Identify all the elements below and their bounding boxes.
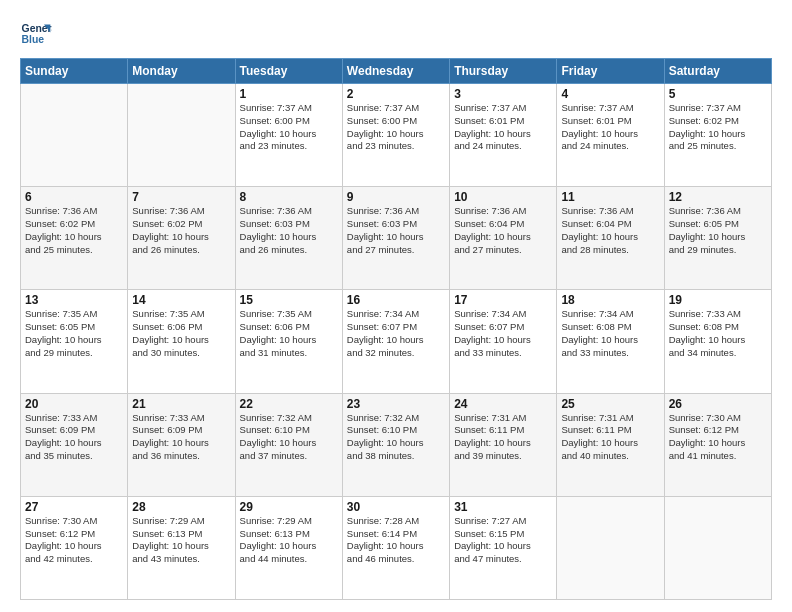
day-info: Sunrise: 7:34 AM Sunset: 6:07 PM Dayligh… <box>454 308 552 359</box>
day-cell: 26Sunrise: 7:30 AM Sunset: 6:12 PM Dayli… <box>664 393 771 496</box>
day-info: Sunrise: 7:37 AM Sunset: 6:02 PM Dayligh… <box>669 102 767 153</box>
day-info: Sunrise: 7:28 AM Sunset: 6:14 PM Dayligh… <box>347 515 445 566</box>
day-info: Sunrise: 7:36 AM Sunset: 6:03 PM Dayligh… <box>347 205 445 256</box>
day-number: 3 <box>454 87 552 101</box>
day-info: Sunrise: 7:33 AM Sunset: 6:09 PM Dayligh… <box>25 412 123 463</box>
calendar-table: SundayMondayTuesdayWednesdayThursdayFrid… <box>20 58 772 600</box>
day-info: Sunrise: 7:31 AM Sunset: 6:11 PM Dayligh… <box>561 412 659 463</box>
day-number: 2 <box>347 87 445 101</box>
weekday-header-wednesday: Wednesday <box>342 59 449 84</box>
day-info: Sunrise: 7:36 AM Sunset: 6:02 PM Dayligh… <box>132 205 230 256</box>
day-number: 12 <box>669 190 767 204</box>
day-info: Sunrise: 7:37 AM Sunset: 6:00 PM Dayligh… <box>240 102 338 153</box>
day-number: 30 <box>347 500 445 514</box>
day-cell: 22Sunrise: 7:32 AM Sunset: 6:10 PM Dayli… <box>235 393 342 496</box>
day-number: 9 <box>347 190 445 204</box>
day-cell: 18Sunrise: 7:34 AM Sunset: 6:08 PM Dayli… <box>557 290 664 393</box>
day-cell: 1Sunrise: 7:37 AM Sunset: 6:00 PM Daylig… <box>235 84 342 187</box>
day-number: 26 <box>669 397 767 411</box>
weekday-header-friday: Friday <box>557 59 664 84</box>
weekday-header-row: SundayMondayTuesdayWednesdayThursdayFrid… <box>21 59 772 84</box>
day-cell: 17Sunrise: 7:34 AM Sunset: 6:07 PM Dayli… <box>450 290 557 393</box>
day-cell: 16Sunrise: 7:34 AM Sunset: 6:07 PM Dayli… <box>342 290 449 393</box>
day-cell: 30Sunrise: 7:28 AM Sunset: 6:14 PM Dayli… <box>342 496 449 599</box>
day-number: 10 <box>454 190 552 204</box>
day-number: 11 <box>561 190 659 204</box>
day-info: Sunrise: 7:34 AM Sunset: 6:08 PM Dayligh… <box>561 308 659 359</box>
day-cell: 5Sunrise: 7:37 AM Sunset: 6:02 PM Daylig… <box>664 84 771 187</box>
week-row-2: 6Sunrise: 7:36 AM Sunset: 6:02 PM Daylig… <box>21 187 772 290</box>
day-number: 25 <box>561 397 659 411</box>
day-cell: 27Sunrise: 7:30 AM Sunset: 6:12 PM Dayli… <box>21 496 128 599</box>
day-info: Sunrise: 7:34 AM Sunset: 6:07 PM Dayligh… <box>347 308 445 359</box>
day-info: Sunrise: 7:36 AM Sunset: 6:04 PM Dayligh… <box>454 205 552 256</box>
day-info: Sunrise: 7:37 AM Sunset: 6:00 PM Dayligh… <box>347 102 445 153</box>
day-number: 31 <box>454 500 552 514</box>
day-cell <box>21 84 128 187</box>
header: General Blue <box>20 18 772 50</box>
day-number: 5 <box>669 87 767 101</box>
day-info: Sunrise: 7:27 AM Sunset: 6:15 PM Dayligh… <box>454 515 552 566</box>
day-cell: 24Sunrise: 7:31 AM Sunset: 6:11 PM Dayli… <box>450 393 557 496</box>
day-number: 21 <box>132 397 230 411</box>
day-cell: 8Sunrise: 7:36 AM Sunset: 6:03 PM Daylig… <box>235 187 342 290</box>
day-number: 28 <box>132 500 230 514</box>
day-cell: 6Sunrise: 7:36 AM Sunset: 6:02 PM Daylig… <box>21 187 128 290</box>
day-cell: 25Sunrise: 7:31 AM Sunset: 6:11 PM Dayli… <box>557 393 664 496</box>
day-info: Sunrise: 7:36 AM Sunset: 6:02 PM Dayligh… <box>25 205 123 256</box>
day-number: 19 <box>669 293 767 307</box>
day-cell: 7Sunrise: 7:36 AM Sunset: 6:02 PM Daylig… <box>128 187 235 290</box>
day-number: 23 <box>347 397 445 411</box>
logo: General Blue <box>20 18 52 50</box>
day-info: Sunrise: 7:33 AM Sunset: 6:08 PM Dayligh… <box>669 308 767 359</box>
day-cell: 10Sunrise: 7:36 AM Sunset: 6:04 PM Dayli… <box>450 187 557 290</box>
week-row-3: 13Sunrise: 7:35 AM Sunset: 6:05 PM Dayli… <box>21 290 772 393</box>
day-cell: 4Sunrise: 7:37 AM Sunset: 6:01 PM Daylig… <box>557 84 664 187</box>
day-number: 15 <box>240 293 338 307</box>
day-number: 13 <box>25 293 123 307</box>
svg-text:Blue: Blue <box>22 34 45 45</box>
day-info: Sunrise: 7:32 AM Sunset: 6:10 PM Dayligh… <box>347 412 445 463</box>
day-info: Sunrise: 7:33 AM Sunset: 6:09 PM Dayligh… <box>132 412 230 463</box>
day-number: 17 <box>454 293 552 307</box>
weekday-header-tuesday: Tuesday <box>235 59 342 84</box>
day-number: 1 <box>240 87 338 101</box>
day-cell: 11Sunrise: 7:36 AM Sunset: 6:04 PM Dayli… <box>557 187 664 290</box>
day-cell: 2Sunrise: 7:37 AM Sunset: 6:00 PM Daylig… <box>342 84 449 187</box>
day-cell <box>664 496 771 599</box>
day-info: Sunrise: 7:37 AM Sunset: 6:01 PM Dayligh… <box>561 102 659 153</box>
day-info: Sunrise: 7:30 AM Sunset: 6:12 PM Dayligh… <box>25 515 123 566</box>
day-number: 14 <box>132 293 230 307</box>
day-number: 22 <box>240 397 338 411</box>
weekday-header-monday: Monday <box>128 59 235 84</box>
day-cell: 29Sunrise: 7:29 AM Sunset: 6:13 PM Dayli… <box>235 496 342 599</box>
day-number: 27 <box>25 500 123 514</box>
day-info: Sunrise: 7:29 AM Sunset: 6:13 PM Dayligh… <box>132 515 230 566</box>
day-cell: 3Sunrise: 7:37 AM Sunset: 6:01 PM Daylig… <box>450 84 557 187</box>
day-number: 16 <box>347 293 445 307</box>
day-info: Sunrise: 7:37 AM Sunset: 6:01 PM Dayligh… <box>454 102 552 153</box>
day-number: 4 <box>561 87 659 101</box>
week-row-4: 20Sunrise: 7:33 AM Sunset: 6:09 PM Dayli… <box>21 393 772 496</box>
weekday-header-thursday: Thursday <box>450 59 557 84</box>
day-info: Sunrise: 7:31 AM Sunset: 6:11 PM Dayligh… <box>454 412 552 463</box>
week-row-5: 27Sunrise: 7:30 AM Sunset: 6:12 PM Dayli… <box>21 496 772 599</box>
day-cell: 31Sunrise: 7:27 AM Sunset: 6:15 PM Dayli… <box>450 496 557 599</box>
day-number: 24 <box>454 397 552 411</box>
day-info: Sunrise: 7:35 AM Sunset: 6:06 PM Dayligh… <box>240 308 338 359</box>
calendar-page: General Blue SundayMondayTuesdayWednesda… <box>0 0 792 612</box>
weekday-header-saturday: Saturday <box>664 59 771 84</box>
day-info: Sunrise: 7:35 AM Sunset: 6:05 PM Dayligh… <box>25 308 123 359</box>
day-cell: 19Sunrise: 7:33 AM Sunset: 6:08 PM Dayli… <box>664 290 771 393</box>
day-number: 6 <box>25 190 123 204</box>
day-number: 18 <box>561 293 659 307</box>
day-number: 20 <box>25 397 123 411</box>
day-cell <box>128 84 235 187</box>
day-info: Sunrise: 7:32 AM Sunset: 6:10 PM Dayligh… <box>240 412 338 463</box>
day-info: Sunrise: 7:30 AM Sunset: 6:12 PM Dayligh… <box>669 412 767 463</box>
day-cell: 9Sunrise: 7:36 AM Sunset: 6:03 PM Daylig… <box>342 187 449 290</box>
day-cell: 20Sunrise: 7:33 AM Sunset: 6:09 PM Dayli… <box>21 393 128 496</box>
day-number: 29 <box>240 500 338 514</box>
week-row-1: 1Sunrise: 7:37 AM Sunset: 6:00 PM Daylig… <box>21 84 772 187</box>
day-cell <box>557 496 664 599</box>
